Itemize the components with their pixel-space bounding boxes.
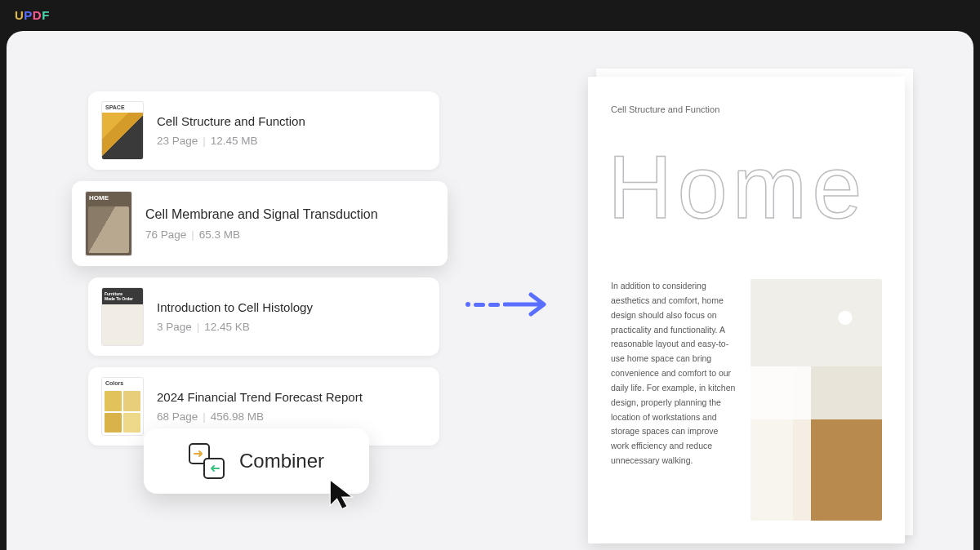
preview-body-text: In addition to considering aesthetics an…: [611, 279, 736, 521]
file-info: Cell Membrane and Signal Transduction 76…: [145, 207, 378, 241]
file-thumbnail: FurnitureMade To Order: [101, 287, 144, 346]
file-title: 2024 Financial Trend Forecast Report: [157, 390, 363, 404]
file-meta: 23 Page|12.45 MB: [157, 135, 305, 147]
file-card[interactable]: HOME Cell Membrane and Signal Transducti…: [72, 181, 448, 266]
file-card[interactable]: SPACE Cell Structure and Function 23 Pag…: [88, 91, 439, 170]
file-thumbnail: Colors: [101, 377, 144, 436]
file-title: Cell Membrane and Signal Transduction: [145, 207, 378, 222]
preview-doc-title: Cell Structure and Function: [611, 104, 882, 114]
preview-photo: [751, 279, 882, 521]
combiner-label: Combiner: [239, 450, 324, 472]
file-title: Cell Structure and Function: [157, 114, 305, 128]
thumb-label: Colors: [102, 378, 143, 388]
file-meta: 68 Page|456.98 MB: [157, 410, 363, 423]
thumb-label: SPACE: [102, 102, 143, 113]
file-meta: 76 Page|65.3 MB: [145, 228, 378, 241]
file-title: Introduction to Cell Histology: [157, 300, 313, 314]
thumb-label: HOME: [86, 192, 131, 204]
arrow-icon: [466, 291, 550, 318]
thumb-label: FurnitureMade To Order: [102, 288, 143, 304]
preview-page: Cell Structure and Function Home In addi…: [588, 77, 905, 543]
file-info: Introduction to Cell Histology 3 Page|12…: [157, 300, 313, 333]
file-info: 2024 Financial Trend Forecast Report 68 …: [157, 390, 363, 423]
file-info: Cell Structure and Function 23 Page|12.4…: [157, 114, 305, 147]
file-size: 65.3 MB: [199, 228, 240, 241]
output-preview: Cell Structure and Function Home In addi…: [588, 77, 905, 543]
file-card[interactable]: FurnitureMade To Order Introduction to C…: [88, 277, 439, 356]
file-thumbnail: SPACE: [101, 101, 144, 160]
file-size: 456.98 MB: [211, 410, 264, 423]
file-pages: 68 Page: [157, 410, 198, 423]
combiner-icon: [189, 443, 225, 479]
file-thumbnail: HOME: [85, 191, 132, 256]
file-size: 12.45 KB: [204, 321, 250, 333]
file-pages: 3 Page: [157, 321, 192, 333]
workspace-panel: SPACE Cell Structure and Function 23 Pag…: [7, 31, 973, 550]
preview-hero-text: Home: [608, 142, 882, 232]
file-meta: 3 Page|12.45 KB: [157, 321, 313, 333]
file-size: 12.45 MB: [211, 135, 258, 147]
file-pages: 76 Page: [145, 228, 186, 241]
app-logo: UPDF: [15, 8, 50, 22]
file-list: SPACE Cell Structure and Function 23 Pag…: [88, 91, 439, 457]
file-pages: 23 Page: [157, 135, 198, 147]
cursor-icon: [327, 478, 361, 512]
